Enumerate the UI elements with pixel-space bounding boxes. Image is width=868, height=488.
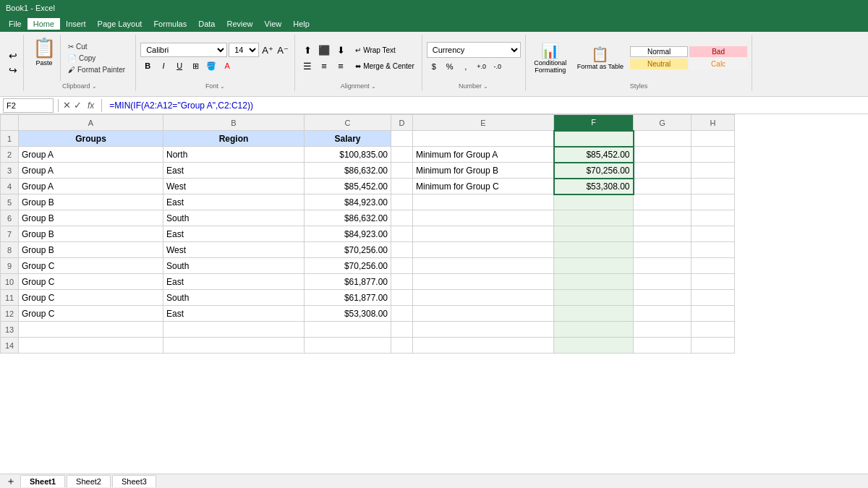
cell-B10[interactable]: East [163,274,305,290]
cell-E7[interactable] [413,226,554,242]
sheet-tab-sheet1[interactable]: Sheet1 [20,475,65,487]
cell-D11[interactable] [391,290,413,306]
cell-F13[interactable] [554,322,634,338]
cell-G6[interactable] [634,210,692,226]
cell-F5[interactable] [554,194,634,210]
font-name-select[interactable]: Calibri [140,43,227,57]
cell-D14[interactable] [391,338,413,354]
percent-button[interactable]: % [443,59,457,74]
cell-C11[interactable]: $61,877.00 [305,290,391,306]
conditional-formatting-button[interactable]: 📊 ConditionalFormatting [530,40,571,76]
cell-B11[interactable]: South [163,290,305,306]
cell-E6[interactable] [413,210,554,226]
cell-E11[interactable] [413,290,554,306]
cell-H10[interactable] [692,274,735,290]
cell-B4[interactable]: West [163,179,305,194]
cell-C3[interactable]: $86,632.00 [305,163,391,179]
bold-button[interactable]: B [140,59,155,73]
cell-D3[interactable] [391,163,413,179]
cell-H7[interactable] [692,226,735,242]
cell-B12[interactable]: East [163,306,305,322]
cell-H11[interactable] [692,290,735,306]
cell-B6[interactable]: South [163,210,305,226]
cell-A10[interactable]: Group C [19,274,163,290]
cell-G4[interactable] [634,179,692,194]
cell-G2[interactable] [634,147,692,163]
cell-G14[interactable] [634,338,692,354]
cell-C9[interactable]: $70,256.00 [305,258,391,274]
cell-F8[interactable] [554,242,634,258]
cell-A3[interactable]: Group A [19,163,163,179]
cell-H2[interactable] [692,147,735,163]
cell-F9[interactable] [554,258,634,274]
cell-G11[interactable] [634,290,692,306]
cell-C6[interactable]: $86,632.00 [305,210,391,226]
cell-D9[interactable] [391,258,413,274]
cell-G9[interactable] [634,258,692,274]
cell-E4[interactable]: Minimum for Group C [413,179,554,194]
style-calc-box[interactable]: Calc [689,59,747,69]
cell-G13[interactable] [634,322,692,338]
italic-button[interactable]: I [156,59,171,73]
menu-file[interactable]: File [3,18,27,30]
undo-button[interactable]: ↩ [6,48,20,63]
cell-C14[interactable] [305,338,391,354]
cell-C13[interactable] [305,322,391,338]
cell-G12[interactable] [634,306,692,322]
shrink-font-button[interactable]: A⁻ [276,43,290,57]
decrease-decimal-button[interactable]: -.0 [490,59,505,74]
font-size-select[interactable]: 14 [229,43,259,57]
copy-button[interactable]: 📄 Copy [65,53,128,64]
format-painter-button[interactable]: 🖌 Format Painter [65,64,128,75]
align-middle-button[interactable]: ⬛ [316,43,332,57]
menu-home[interactable]: Home [27,18,60,30]
cell-E10[interactable] [413,274,554,290]
dollar-button[interactable]: $ [427,59,441,74]
menu-help[interactable]: Help [287,18,315,30]
cell-F14[interactable] [554,338,634,354]
cell-E13[interactable] [413,322,554,338]
cell-A8[interactable]: Group B [19,242,163,258]
wrap-text-button[interactable]: ↵ Wrap Text [352,45,399,56]
cell-C2[interactable]: $100,835.00 [305,147,391,163]
cell-H6[interactable] [692,210,735,226]
style-neutral-box[interactable]: Neutral [630,59,688,69]
col-header-A[interactable]: A [19,115,163,131]
font-color-button[interactable]: A [220,59,234,73]
cell-A2[interactable]: Group A [19,147,163,163]
cell-C12[interactable]: $53,308.00 [305,306,391,322]
col-header-F[interactable]: F [554,115,634,131]
cell-H13[interactable] [692,322,735,338]
cell-H14[interactable] [692,338,735,354]
cell-D13[interactable] [391,322,413,338]
cell-D4[interactable] [391,179,413,194]
borders-button[interactable]: ⊞ [188,59,203,73]
cell-G10[interactable] [634,274,692,290]
cell-H8[interactable] [692,242,735,258]
align-top-button[interactable]: ⬆ [299,43,315,57]
cell-G5[interactable] [634,194,692,210]
cell-F3[interactable]: $70,256.00 [554,163,634,179]
cell-A4[interactable]: Group A [19,179,163,194]
cell-E5[interactable] [413,194,554,210]
col-header-C[interactable]: C [305,115,391,131]
cell-F11[interactable] [554,290,634,306]
cell-A14[interactable] [19,338,163,354]
cell-F10[interactable] [554,274,634,290]
col-header-E[interactable]: E [413,115,554,131]
cell-D8[interactable] [391,242,413,258]
cell-D12[interactable] [391,306,413,322]
cell-B3[interactable]: East [163,163,305,179]
menu-page-layout[interactable]: Page Layout [92,18,148,30]
col-header-B[interactable]: B [163,115,305,131]
cell-F7[interactable] [554,226,634,242]
number-format-select[interactable]: Currency [427,42,521,58]
cell-D5[interactable] [391,194,413,210]
cell-G8[interactable] [634,242,692,258]
cell-H3[interactable] [692,163,735,179]
menu-view[interactable]: View [259,18,288,30]
style-bad-box[interactable]: Bad [689,46,747,57]
cell-C1[interactable]: Salary [305,131,391,147]
cell-E9[interactable] [413,258,554,274]
redo-button[interactable]: ↪ [6,63,20,77]
